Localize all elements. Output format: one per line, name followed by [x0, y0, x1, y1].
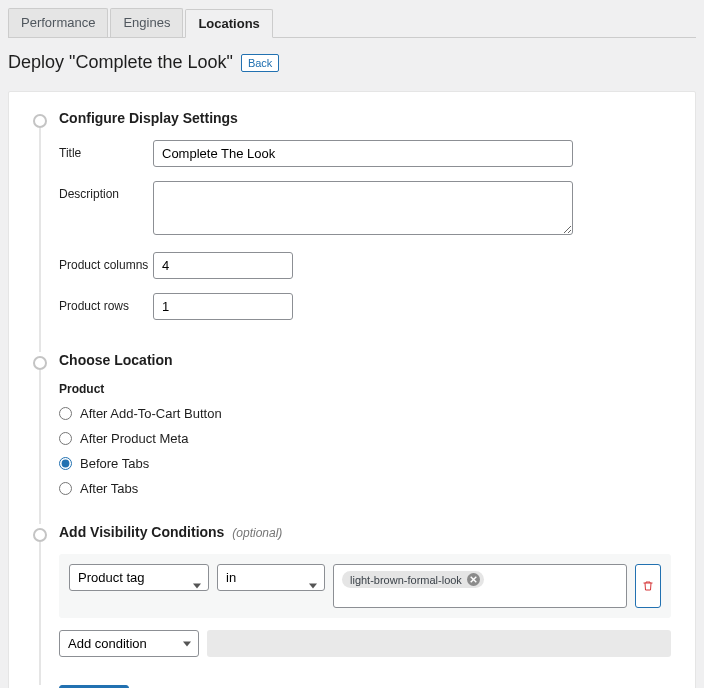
section-heading-display: Configure Display Settings: [59, 110, 671, 126]
rows-input[interactable]: [153, 293, 293, 320]
tag-chip-label: light-brown-formal-look: [350, 574, 462, 586]
condition-operator-select[interactable]: in: [217, 564, 325, 591]
radio-label: After Product Meta: [80, 431, 188, 446]
location-group-label: Product: [59, 382, 671, 396]
radio-label: After Tabs: [80, 481, 138, 496]
add-condition-placeholder: [207, 630, 671, 657]
section-heading-text: Add Visibility Conditions: [59, 524, 224, 540]
tab-locations[interactable]: Locations: [185, 9, 272, 38]
condition-attribute-select[interactable]: Product tag: [69, 564, 209, 591]
radio-input[interactable]: [59, 457, 72, 470]
back-button[interactable]: Back: [241, 54, 279, 72]
section-heading-location: Choose Location: [59, 352, 671, 368]
step-visibility-conditions: Add Visibility Conditions (optional) Pro…: [23, 524, 671, 685]
step-choose-location: Choose Location Product After Add-To-Car…: [23, 352, 671, 524]
deploy-panel: Configure Display Settings Title Descrip…: [8, 91, 696, 688]
remove-tag-button[interactable]: [467, 573, 480, 586]
section-heading-visibility: Add Visibility Conditions (optional): [59, 524, 671, 540]
tabs-bar: Performance Engines Locations: [8, 8, 696, 38]
rows-label: Product rows: [59, 293, 153, 320]
columns-label: Product columns: [59, 252, 153, 279]
radio-after-add-to-cart[interactable]: After Add-To-Cart Button: [59, 406, 671, 421]
radio-input[interactable]: [59, 407, 72, 420]
add-condition-select[interactable]: Add condition: [59, 630, 199, 657]
radio-input[interactable]: [59, 432, 72, 445]
condition-value-box[interactable]: light-brown-formal-look: [333, 564, 627, 608]
description-label: Description: [59, 181, 153, 238]
tab-engines[interactable]: Engines: [110, 8, 183, 37]
tab-performance[interactable]: Performance: [8, 8, 108, 37]
radio-input[interactable]: [59, 482, 72, 495]
radio-label: After Add-To-Cart Button: [80, 406, 222, 421]
step-marker-icon: [33, 528, 47, 542]
step-marker-icon: [33, 356, 47, 370]
condition-row: Product tag in light-brown-formal-look: [59, 554, 671, 618]
delete-condition-button[interactable]: [635, 564, 661, 608]
trash-icon: [642, 580, 654, 592]
page-title: Deploy "Complete the Look": [8, 52, 233, 73]
title-label: Title: [59, 140, 153, 167]
step-display-settings: Configure Display Settings Title Descrip…: [23, 110, 671, 352]
title-input[interactable]: [153, 140, 573, 167]
optional-label: (optional): [232, 526, 282, 540]
radio-before-tabs[interactable]: Before Tabs: [59, 456, 671, 471]
add-condition-row: Add condition: [59, 630, 671, 657]
step-marker-icon: [33, 114, 47, 128]
radio-after-product-meta[interactable]: After Product Meta: [59, 431, 671, 446]
close-icon: [470, 576, 477, 583]
columns-input[interactable]: [153, 252, 293, 279]
radio-label: Before Tabs: [80, 456, 149, 471]
description-textarea[interactable]: [153, 181, 573, 235]
tag-chip: light-brown-formal-look: [342, 571, 484, 588]
radio-after-tabs[interactable]: After Tabs: [59, 481, 671, 496]
